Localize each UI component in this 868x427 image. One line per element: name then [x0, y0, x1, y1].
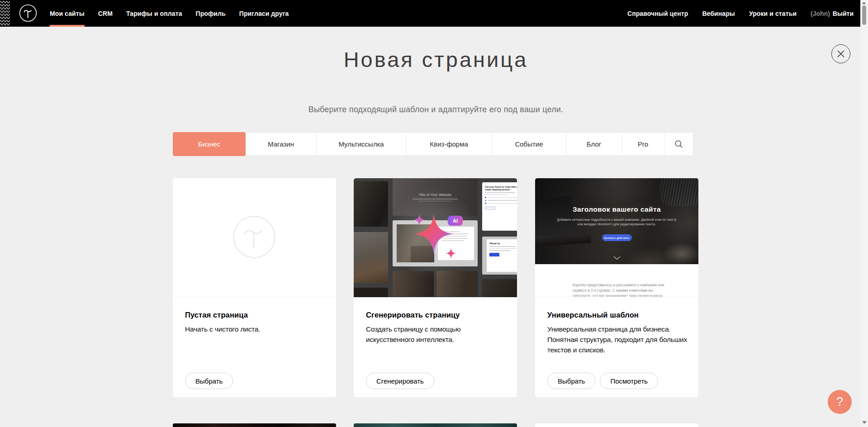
preview-button[interactable]: Посмотреть [600, 373, 658, 389]
ai-collage-preview: Title of Your Website Get your house in … [354, 178, 517, 297]
card-info: Пустая страница Начать с чистого листа. … [173, 297, 336, 397]
tab-business[interactable]: Бизнес [173, 132, 246, 156]
nav-menu-left: Мои сайты CRM Тарифы и оплата Профиль Пр… [50, 0, 289, 27]
search-icon [674, 140, 683, 149]
preview-hero-text: Добавьте интересные подробности о вашей … [555, 218, 678, 226]
card-description: Универсальная страница для бизнеса. Поня… [547, 324, 688, 355]
new-page-dialog: Новая страница Выберите подходящий шабло… [173, 27, 699, 427]
tab-blog[interactable]: Блог [566, 133, 622, 156]
ai-badge: AI [448, 216, 463, 226]
card-description: Создать страницу с помощью искусственног… [366, 324, 493, 345]
ai-sparkle-icon [354, 178, 517, 297]
tab-search[interactable] [664, 133, 693, 156]
card-info: Универсальный шаблон Универсальная стран… [535, 297, 698, 397]
nav-item-crm[interactable]: CRM [98, 0, 113, 27]
card-universal-template: Заголовок вашего сайта Добавьте интересн… [535, 178, 698, 397]
close-icon [837, 50, 845, 58]
select-button[interactable]: Выбрать [185, 373, 233, 389]
nav-item-tariffs[interactable]: Тарифы и оплата [126, 0, 182, 27]
tab-pro[interactable]: Pro [622, 133, 664, 156]
nav-account[interactable]: (John) Выйти [811, 0, 854, 27]
close-button[interactable] [831, 44, 850, 63]
partial-card-2[interactable] [354, 423, 517, 427]
zigzag-pattern-icon [0, 0, 10, 27]
card-title: Сгенерировать страницу [366, 311, 460, 319]
nav-item-lessons[interactable]: Уроки и статьи [749, 0, 797, 27]
preview-hero-title: Заголовок вашего сайта [535, 205, 698, 214]
tab-event[interactable]: Событие [492, 133, 566, 156]
tab-quiz-form[interactable]: Квиз-форма [406, 133, 492, 156]
help-button[interactable]: ? [828, 390, 852, 414]
template-category-tabs: Бизнес Магазин Мультиссылка Квиз-форма С… [173, 132, 693, 156]
tab-multilink[interactable]: Мультиссылка [317, 133, 406, 156]
card-ai-generate: Title of Your Website Get your house in … [354, 178, 517, 397]
generate-button[interactable]: Сгенерировать [366, 373, 434, 389]
card-info: Сгенерировать страницу Создать страницу … [354, 297, 517, 397]
logout-link[interactable]: Выйти [833, 10, 854, 17]
card-title: Универсальный шаблон [547, 311, 639, 319]
page-title: Новая страница [173, 47, 699, 72]
chevron-down-icon [613, 256, 621, 260]
tab-shop[interactable]: Магазин [246, 133, 317, 156]
template-hero: Заголовок вашего сайта Добавьте интересн… [535, 178, 698, 264]
nav-item-my-sites[interactable]: Мои сайты [50, 0, 85, 27]
user-name: (John) [811, 10, 830, 17]
scroll-up-button[interactable] [862, 2, 866, 4]
nav-item-webinars[interactable]: Вебинары [702, 0, 735, 27]
partial-card-3[interactable] [535, 423, 698, 427]
nav-item-help-center[interactable]: Справочный центр [627, 0, 688, 27]
scroll-down-button[interactable] [862, 421, 867, 424]
nav-menu-right: Справочный центр Вебинары Уроки и статьи… [627, 0, 854, 27]
card-description: Начать с чистого листа. [185, 324, 260, 334]
top-nav: Мои сайты CRM Тарифы и оплата Профиль Пр… [0, 0, 868, 27]
partial-card-1[interactable] [173, 423, 336, 427]
tilda-watermark-icon [232, 215, 276, 259]
page-subtitle: Выберите подходящий шаблон и адаптируйте… [173, 105, 699, 114]
nav-item-invite-friend[interactable]: Пригласи друга [239, 0, 289, 27]
scrollbar[interactable] [860, 0, 868, 427]
preview-body-text: Коротко представьтесь и расскажите о ком… [573, 283, 665, 297]
scrollbar-thumb[interactable] [862, 5, 866, 25]
card-blank-page: Пустая страница Начать с чистого листа. … [173, 178, 336, 397]
template-preview: Заголовок вашего сайта Добавьте интересн… [535, 178, 698, 297]
blank-page-preview [173, 178, 336, 297]
card-title: Пустая страница [185, 311, 248, 319]
tilda-logo[interactable] [19, 4, 37, 22]
select-button[interactable]: Выбрать [547, 373, 595, 389]
preview-cta-button: Целевое действие [602, 234, 632, 241]
question-mark-icon: ? [836, 395, 843, 409]
nav-item-profile[interactable]: Профиль [196, 0, 226, 27]
